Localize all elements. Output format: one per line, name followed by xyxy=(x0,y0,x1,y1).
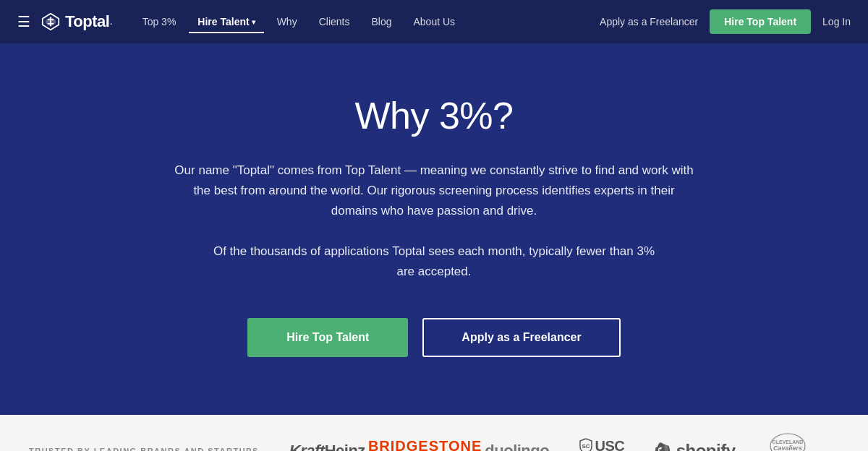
shopify-logo: shopify xyxy=(655,441,736,451)
nav-hire-top-talent-button[interactable]: Hire Top Talent xyxy=(710,9,811,34)
trusted-logos: KraftHeinz BRIDGESTONE WATCH THE CASE ST… xyxy=(288,432,839,451)
nav-clients[interactable]: Clients xyxy=(310,10,359,33)
hamburger-icon[interactable]: ☰ xyxy=(17,13,30,30)
shopify-logo-text: shopify xyxy=(676,441,736,451)
hero-description-2: Of the thousands of applications Toptal … xyxy=(210,241,658,282)
usc-logo-text: USC xyxy=(595,438,625,451)
svg-text:CLEVELAND: CLEVELAND xyxy=(773,439,804,444)
nav-login-link[interactable]: Log In xyxy=(822,16,851,27)
logo-text: Toptal xyxy=(65,12,109,31)
nav-hire-talent[interactable]: Hire Talent ▾ xyxy=(189,10,263,33)
hero-section: Why 3%? Our name "Toptal" comes from Top… xyxy=(0,43,868,415)
trusted-section: TRUSTED BY LEADING BRANDS AND STARTUPS K… xyxy=(0,415,868,451)
nav-top3[interactable]: Top 3% xyxy=(134,10,185,33)
bridgestone-logo-text: BRIDGESTONE xyxy=(368,438,482,451)
hero-apply-freelancer-button[interactable]: Apply as a Freelancer xyxy=(422,318,620,357)
duolingo-logo: duolingo xyxy=(485,442,549,451)
cleveland-logo: CLEVELAND Cavaliers WATCH THE CASE STUDY xyxy=(739,432,838,451)
shopify-bag-icon xyxy=(655,441,673,451)
toptal-logo-icon xyxy=(41,12,61,32)
nav-about[interactable]: About Us xyxy=(404,10,464,33)
hero-buttons: Hire Top Talent Apply as a Freelancer xyxy=(247,318,621,357)
chevron-down-icon: ▾ xyxy=(252,18,255,26)
svg-text:SC: SC xyxy=(582,443,590,450)
cleveland-logo-icon: CLEVELAND Cavaliers xyxy=(769,432,807,451)
nav-links: Top 3% Hire Talent ▾ Why Clients Blog Ab… xyxy=(134,10,600,33)
hero-hire-top-talent-button[interactable]: Hire Top Talent xyxy=(247,318,408,357)
hero-description-1: Our name "Toptal" comes from Top Talent … xyxy=(174,160,694,221)
hero-title: Why 3%? xyxy=(354,94,513,137)
nav-apply-freelancer-link[interactable]: Apply as a Freelancer xyxy=(600,16,698,27)
logo-dot: . xyxy=(110,18,111,26)
nav-why[interactable]: Why xyxy=(268,10,306,33)
nav-right: Apply as a Freelancer Hire Top Talent Lo… xyxy=(600,9,851,34)
trusted-label: TRUSTED BY LEADING BRANDS AND STARTUPS xyxy=(29,445,259,451)
navbar: ☰ Toptal . Top 3% Hire Talent ▾ Why Clie… xyxy=(0,0,868,43)
kraft-heinz-logo: KraftHeinz xyxy=(289,442,365,451)
usc-logo: SC USC WATCH THE CASE STUDY xyxy=(552,438,651,451)
duolingo-logo-text: duolingo xyxy=(485,442,549,451)
logo[interactable]: Toptal . xyxy=(41,12,112,32)
nav-blog[interactable]: Blog xyxy=(362,10,400,33)
kraft-heinz-logo-text: KraftHeinz xyxy=(289,442,365,451)
svg-text:Cavaliers: Cavaliers xyxy=(773,444,802,451)
bridgestone-logo: BRIDGESTONE WATCH THE CASE STUDY xyxy=(368,438,482,451)
usc-shield-icon: SC xyxy=(579,438,592,451)
